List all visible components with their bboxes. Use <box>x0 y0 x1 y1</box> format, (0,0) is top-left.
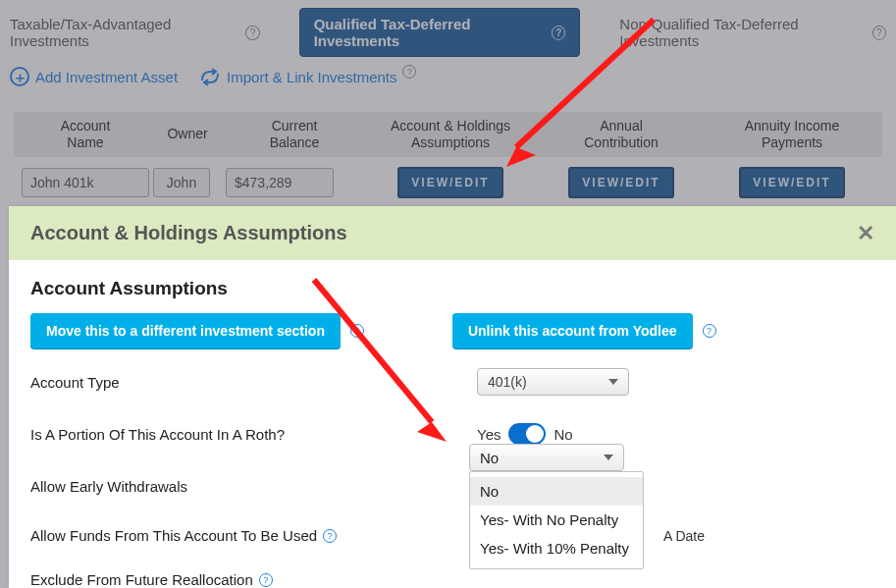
col-annuity-1: Annuity Income <box>745 118 840 134</box>
owner-select[interactable] <box>153 168 210 197</box>
add-investment-button[interactable]: ＋ Add Investment Asset <box>10 67 178 86</box>
unlink-yodlee-button[interactable]: Unlink this account from Yodlee <box>452 313 693 348</box>
label-exclude-realloc: Exclude From Future Reallocation ? <box>30 571 477 588</box>
col-account-name-1: Account <box>61 118 111 134</box>
import-link-label: Import & Link Investments <box>227 69 396 85</box>
dropdown-option[interactable]: Yes- With 10% Penalty <box>470 534 643 562</box>
help-icon[interactable]: ? <box>259 573 273 587</box>
help-icon[interactable]: ? <box>703 324 716 338</box>
balance-input[interactable] <box>226 168 334 197</box>
account-type-value: 401(k) <box>488 374 527 390</box>
help-icon[interactable]: ? <box>323 529 337 543</box>
close-icon[interactable]: ✕ <box>857 223 874 244</box>
col-owner: Owner <box>167 126 207 141</box>
col-account-name-2: Name <box>67 134 103 150</box>
table-header: AccountName Owner CurrentBalance Account… <box>14 112 882 157</box>
roth-toggle[interactable] <box>508 423 546 445</box>
tab-taxable-label: Taxable/Tax-Advantaged Investments <box>10 16 239 49</box>
col-assumptions-2: Assumptions <box>411 134 490 150</box>
annotation-arrow <box>285 270 481 466</box>
col-balance-2: Balance <box>270 134 320 150</box>
col-balance-1: Current <box>272 118 318 134</box>
toggle-no-label: No <box>553 426 572 443</box>
chevron-down-icon <box>608 379 618 385</box>
account-name-input[interactable] <box>22 168 149 197</box>
early-withdrawals-select[interactable]: No <box>469 444 624 471</box>
add-investment-label: Add Investment Asset <box>35 69 178 85</box>
after-a-date-text: A Date <box>663 528 705 544</box>
modal-title: Account & Holdings Assumptions <box>30 222 347 244</box>
svg-line-0 <box>516 20 654 147</box>
label-early-withdrawals: Allow Early Withdrawals <box>30 478 477 495</box>
import-icon <box>199 67 221 86</box>
early-withdrawals-dropdown[interactable]: No No Yes- With No Penalty Yes- With 10%… <box>469 471 644 569</box>
col-annuity-2: Payments <box>762 134 822 150</box>
view-edit-annuity-button[interactable]: VIEW/EDIT <box>739 167 845 198</box>
plus-icon: ＋ <box>10 67 29 86</box>
svg-line-2 <box>314 280 432 422</box>
svg-marker-1 <box>506 147 536 167</box>
dropdown-option[interactable]: Yes- With No Penalty <box>470 506 643 534</box>
tab-taxable[interactable]: Taxable/Tax-Advantaged Investments ? <box>10 16 260 49</box>
annotation-arrow <box>487 10 673 177</box>
label-allow-funds: Allow Funds From This Account To Be Used… <box>30 527 477 544</box>
import-link-button[interactable]: Import & Link Investments ? <box>199 67 416 86</box>
table-row: VIEW/EDIT VIEW/EDIT VIEW/EDIT <box>14 157 882 208</box>
svg-marker-3 <box>417 422 447 442</box>
early-withdrawals-value: No <box>480 450 499 466</box>
chevron-down-icon <box>604 454 613 460</box>
dropdown-option[interactable]: No <box>470 477 643 506</box>
help-icon[interactable]: ? <box>872 26 886 40</box>
help-icon[interactable]: ? <box>402 65 416 79</box>
account-type-select[interactable]: 401(k) <box>477 368 629 396</box>
help-icon[interactable]: ? <box>245 26 259 40</box>
